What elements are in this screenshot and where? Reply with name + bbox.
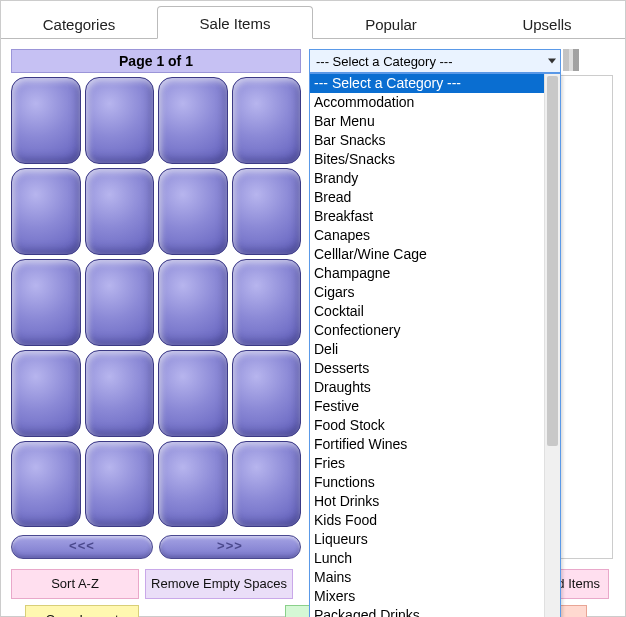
scrollbar-thumb[interactable] [547,76,558,446]
category-option[interactable]: Food Stock [310,416,544,435]
tab-sale-items[interactable]: Sale Items [157,6,313,39]
prev-page-button[interactable]: <<< [11,535,153,559]
category-option[interactable]: Draughts [310,378,544,397]
category-dropdown: --- Select a Category ---AccommodationBa… [309,73,561,617]
category-option[interactable]: Accommodation [310,93,544,112]
category-option[interactable]: Champagne [310,264,544,283]
next-page-button[interactable]: >>> [159,535,301,559]
tab-categories[interactable]: Categories [1,7,157,39]
category-option[interactable]: Bar Snacks [310,131,544,150]
category-option[interactable]: Hot Drinks [310,492,544,511]
layout-tile[interactable] [11,350,81,437]
layout-tile[interactable] [158,350,228,437]
layout-tile[interactable] [11,77,81,164]
tab-popular[interactable]: Popular [313,7,469,39]
category-option[interactable]: Bread [310,188,544,207]
layout-tile[interactable] [85,259,155,346]
category-option[interactable]: Functions [310,473,544,492]
layout-tile[interactable] [158,441,228,528]
category-option[interactable]: Cocktail [310,302,544,321]
layout-tile[interactable] [232,350,302,437]
layout-tile[interactable] [158,77,228,164]
remove-empty-button[interactable]: Remove Empty Spaces [145,569,293,599]
tab-bar: Categories Sale Items Popular Upsells [1,1,625,39]
layout-tile[interactable] [11,259,81,346]
category-option[interactable]: Festive [310,397,544,416]
category-option[interactable]: Desserts [310,359,544,378]
category-option[interactable]: Fries [310,454,544,473]
category-option[interactable]: Cigars [310,283,544,302]
dropdown-scrollbar[interactable] [544,74,560,617]
layout-tile[interactable] [232,259,302,346]
category-option[interactable]: Brandy [310,169,544,188]
category-option[interactable]: Bites/Snacks [310,150,544,169]
layout-tile[interactable] [232,441,302,528]
category-option[interactable]: Packaged Drinks [310,606,544,617]
layout-tile[interactable] [11,441,81,528]
sort-button[interactable]: Sort A-Z [11,569,139,599]
category-option[interactable]: Lunch [310,549,544,568]
category-option[interactable]: Liqueurs [310,530,544,549]
category-option[interactable]: --- Select a Category --- [310,74,544,93]
chevron-down-icon [548,59,556,64]
category-option[interactable]: Breakfast [310,207,544,226]
category-select-value: --- Select a Category --- [316,54,453,69]
category-option[interactable]: Celllar/Wine Cage [310,245,544,264]
page-indicator: Page 1 of 1 [11,49,301,73]
layout-tile[interactable] [85,441,155,528]
category-option[interactable]: Kids Food [310,511,544,530]
category-option[interactable]: Bar Menu [310,112,544,131]
tab-upsells[interactable]: Upsells [469,7,625,39]
layout-tile[interactable] [85,350,155,437]
layout-tile[interactable] [85,77,155,164]
layout-tile[interactable] [232,77,302,164]
category-option[interactable]: Mains [310,568,544,587]
category-option[interactable]: Confectionery [310,321,544,340]
layout-tile[interactable] [232,168,302,255]
category-option[interactable]: Fortified Wines [310,435,544,454]
category-option[interactable]: Deli [310,340,544,359]
copy-layout-button[interactable]: Copy Layout [25,605,139,617]
category-option[interactable]: Canapes [310,226,544,245]
category-select[interactable]: --- Select a Category --- [309,49,561,73]
tile-grid [11,77,301,527]
layout-tile[interactable] [158,168,228,255]
layout-tile[interactable] [158,259,228,346]
instructional-thumbnail [563,49,579,71]
layout-tile[interactable] [11,168,81,255]
layout-tile[interactable] [85,168,155,255]
category-option[interactable]: Mixers [310,587,544,606]
